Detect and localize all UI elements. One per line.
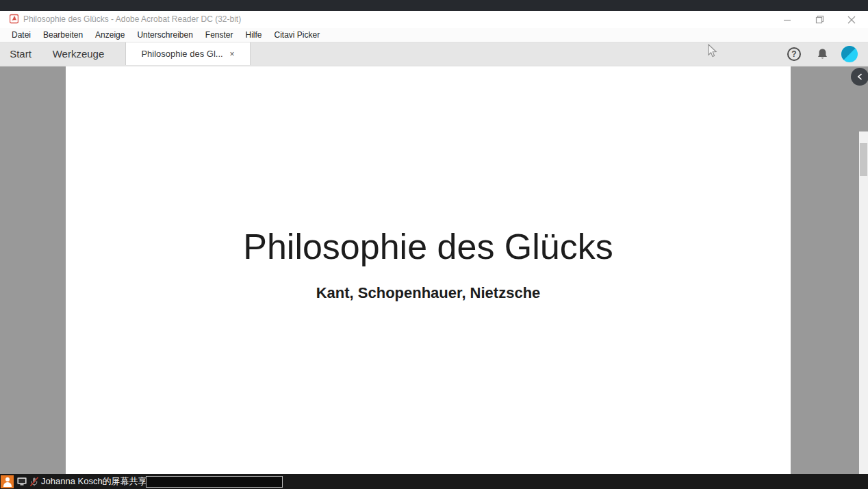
close-button[interactable]	[840, 11, 863, 28]
restore-button[interactable]	[808, 11, 831, 28]
menu-item-anzeige[interactable]: Anzeige	[89, 28, 131, 42]
slide-subtitle: Kant, Schopenhauer, Nietzsche	[66, 284, 791, 302]
vertical-scrollbar[interactable]	[859, 131, 868, 474]
chevron-left-icon	[857, 73, 863, 80]
menu-bar: Datei Bearbeiten Anzeige Unterschreiben …	[0, 28, 868, 42]
monitor-icon	[16, 477, 28, 486]
screen-share-bar: Johanna Kosch的屏幕共享	[0, 474, 868, 489]
menu-item-datei[interactable]: Datei	[5, 28, 37, 42]
menu-item-bearbeiten[interactable]: Bearbeiten	[37, 28, 89, 42]
tools-panel-expand-button[interactable]	[851, 68, 868, 86]
window-titlebar: Philosophie des Glücks - Adobe Acrobat R…	[0, 11, 868, 28]
menu-item-citavi-picker[interactable]: Citavi Picker	[268, 28, 327, 42]
avatar-icon	[841, 46, 858, 62]
account-avatar[interactable]	[841, 42, 858, 65]
share-person-icon	[1, 475, 14, 488]
screen-top-strip	[0, 0, 868, 11]
tab-start[interactable]: Start	[0, 42, 41, 65]
menu-item-unterschreiben[interactable]: Unterschreiben	[131, 28, 199, 42]
question-mark-icon: ?	[787, 47, 801, 61]
minimize-button[interactable]	[776, 11, 799, 28]
screen-share-label: Johanna Kosch的屏幕共享	[41, 475, 147, 488]
tab-bar: Start Werkzeuge Philosophie des Gl... × …	[0, 42, 868, 65]
window-title: Philosophie des Glücks - Adobe Acrobat R…	[23, 11, 241, 28]
adobe-reader-icon	[10, 14, 18, 24]
tab-werkzeuge[interactable]: Werkzeuge	[42, 42, 114, 65]
document-canvas: Philosophie des Glücks Kant, Schopenhaue…	[0, 65, 868, 474]
menu-item-hilfe[interactable]: Hilfe	[240, 28, 268, 42]
pdf-page[interactable]: Philosophie des Glücks Kant, Schopenhaue…	[66, 66, 791, 474]
tab-document-active[interactable]: Philosophie des Gl... ×	[125, 42, 251, 65]
bell-icon	[817, 48, 828, 60]
menu-item-fenster[interactable]: Fenster	[199, 28, 240, 42]
share-toolbar-region	[146, 476, 283, 488]
help-button[interactable]: ?	[786, 42, 802, 65]
slide-title: Philosophie des Glücks	[66, 226, 791, 267]
document-tab-label: Philosophie des Gl...	[141, 49, 222, 59]
scrollbar-thumb[interactable]	[860, 143, 867, 176]
mouse-cursor	[708, 44, 718, 58]
notifications-button[interactable]	[814, 42, 830, 65]
microphone-muted-icon	[29, 477, 39, 487]
tab-close-icon[interactable]: ×	[230, 50, 235, 58]
